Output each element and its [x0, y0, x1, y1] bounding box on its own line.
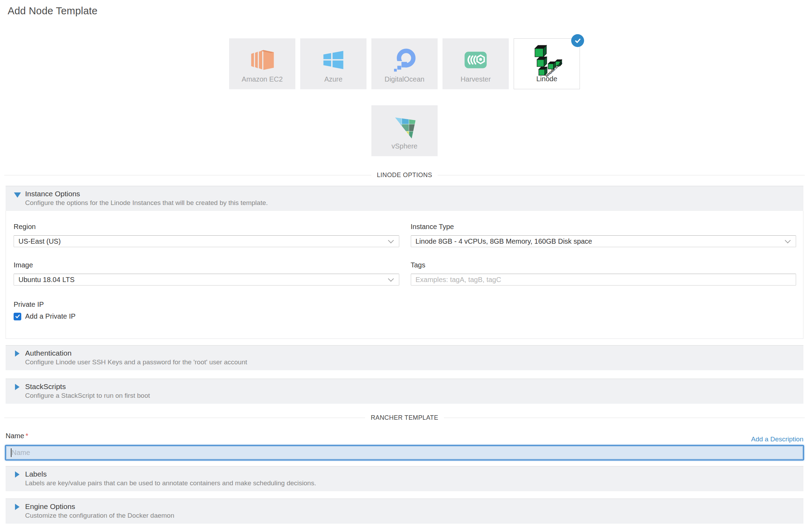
accordion-subtitle: Configure Linode user SSH Keys and a pas…: [25, 358, 803, 367]
instance-type-value: Linode 8GB - 4 vCPUs, 8GB Memory, 160GB …: [416, 237, 592, 245]
private-ip-field: Private IP Add a Private IP: [14, 301, 796, 339]
provider-card-label: Harvester: [461, 75, 491, 83]
triangle-down-icon: [14, 192, 21, 198]
required-asterisk: *: [25, 432, 28, 440]
accordion-title: Engine Options: [25, 502, 803, 511]
name-input[interactable]: [5, 445, 804, 461]
checkmark-icon: [571, 34, 584, 47]
image-field: Image Ubuntu 18.04 LTS: [14, 261, 399, 286]
labels-header[interactable]: Labels Labels are key/value pairs that c…: [6, 466, 803, 491]
provider-card-harvester[interactable]: Harvester: [443, 38, 509, 89]
text-caret: [11, 448, 12, 457]
image-select[interactable]: Ubuntu 18.04 LTS: [14, 274, 399, 286]
image-value: Ubuntu 18.04 LTS: [18, 276, 75, 284]
provider-card-label: vSphere: [392, 142, 418, 150]
add-node-template-page: Add Node Template Amazon EC2: [0, 0, 809, 532]
instance-options-section: Instance Options Configure the options f…: [6, 186, 803, 339]
triangle-right-icon: [15, 384, 20, 390]
instance-type-select[interactable]: Linode 8GB - 4 vCPUs, 8GB Memory, 160GB …: [411, 235, 796, 247]
accordion-title: Authentication: [25, 348, 803, 358]
stackscripts-section: StackScripts Configure a StackScript to …: [6, 379, 803, 404]
accordion-subtitle: Configure a StackScript to run on first …: [25, 391, 803, 400]
linode-options-divider: LINODE OPTIONS: [4, 172, 805, 179]
authentication-header[interactable]: Authentication Configure Linode user SSH…: [6, 345, 803, 370]
divider-label: LINODE OPTIONS: [371, 172, 438, 179]
name-row: Name* Add a Description: [6, 432, 803, 443]
divider-label: RANCHER TEMPLATE: [365, 414, 444, 421]
linode-icon: linode.com: [514, 44, 580, 76]
tags-input[interactable]: [411, 274, 796, 286]
name-label: Name: [6, 432, 24, 440]
triangle-right-icon: [15, 471, 20, 478]
amazon-ec2-icon: [229, 44, 295, 76]
accordion-subtitle: Customize the configuration of the Docke…: [25, 511, 803, 520]
harvester-icon: [443, 44, 509, 76]
tags-label: Tags: [411, 261, 796, 269]
provider-card-label: DigitalOcean: [385, 75, 425, 83]
rancher-template-divider: RANCHER TEMPLATE: [4, 414, 805, 421]
accordion-title: StackScripts: [25, 382, 803, 391]
authentication-section: Authentication Configure Linode user SSH…: [6, 345, 803, 370]
page-title: Add Node Template: [0, 0, 809, 17]
provider-cards-row-2: vSphere: [0, 105, 809, 156]
azure-icon: [300, 44, 366, 76]
provider-card-label: Azure: [324, 75, 342, 83]
private-ip-checkbox[interactable]: [14, 313, 21, 320]
instance-options-header[interactable]: Instance Options Configure the options f…: [6, 186, 803, 211]
provider-card-vsphere[interactable]: vSphere: [371, 105, 438, 156]
accordion-subtitle: Labels are key/value pairs that can be u…: [25, 479, 803, 488]
triangle-right-icon: [15, 350, 20, 357]
accordion-title: Instance Options: [25, 189, 803, 198]
region-label: Region: [14, 223, 399, 231]
labels-section: Labels Labels are key/value pairs that c…: [6, 466, 803, 491]
vsphere-icon: [371, 111, 438, 143]
triangle-right-icon: [15, 504, 20, 510]
provider-card-label: Amazon EC2: [242, 75, 283, 83]
tags-field: Tags: [411, 261, 796, 286]
image-label: Image: [14, 261, 399, 269]
instance-type-label: Instance Type: [411, 223, 796, 231]
provider-card-amazon-ec2[interactable]: Amazon EC2: [229, 38, 295, 89]
accordion-subtitle: Configure the options for the Linode Ins…: [25, 198, 803, 207]
digitalocean-icon: [371, 44, 438, 76]
instance-options-body: Region US-East (US) Instance Type Linode…: [6, 211, 803, 339]
provider-cards-row-1: Amazon EC2 Azure: [0, 38, 809, 89]
provider-card-azure[interactable]: Azure: [300, 38, 366, 89]
region-field: Region US-East (US): [14, 223, 399, 247]
region-select[interactable]: US-East (US): [14, 235, 399, 247]
instance-type-field: Instance Type Linode 8GB - 4 vCPUs, 8GB …: [411, 223, 796, 247]
provider-card-linode[interactable]: linode.com Linode: [514, 38, 580, 89]
provider-card-digitalocean[interactable]: DigitalOcean: [371, 38, 438, 89]
stackscripts-header[interactable]: StackScripts Configure a StackScript to …: [6, 379, 803, 404]
engine-options-section: Engine Options Customize the configurati…: [6, 499, 803, 524]
engine-options-header[interactable]: Engine Options Customize the configurati…: [6, 499, 803, 524]
private-ip-label: Private IP: [14, 301, 796, 309]
accordion-title: Labels: [25, 469, 803, 479]
private-ip-checkbox-label: Add a Private IP: [25, 312, 76, 320]
add-description-link[interactable]: Add a Description: [751, 435, 803, 443]
region-value: US-East (US): [18, 237, 61, 245]
